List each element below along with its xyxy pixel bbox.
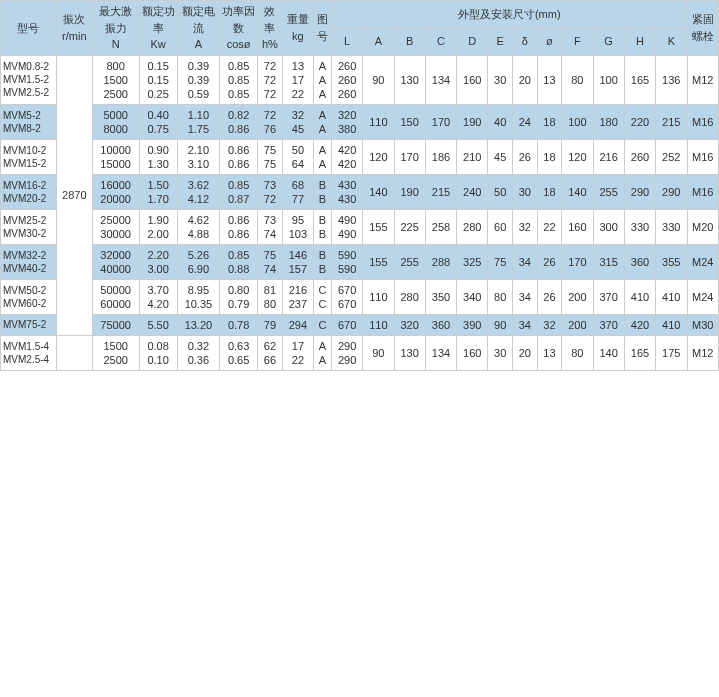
cell-K: 330 <box>656 209 687 244</box>
cell-freq: 2870 <box>56 55 92 335</box>
cell-E: 30 <box>488 335 513 370</box>
cell-pf: 0.820.86 <box>220 104 258 139</box>
cell-E: 45 <box>488 139 513 174</box>
cell-bolt: M30 <box>687 314 719 335</box>
hdr-H: H <box>624 28 655 55</box>
hdr-G: G <box>593 28 624 55</box>
cell-F: 200 <box>562 279 593 314</box>
cell-H: 330 <box>624 209 655 244</box>
cell-pf: 0.860.86 <box>220 209 258 244</box>
cell-power: 0.080.10 <box>139 335 177 370</box>
cell-F: 100 <box>562 104 593 139</box>
cell-H: 165 <box>624 55 655 104</box>
hdr-current: 额定电流A <box>177 1 219 56</box>
hdr-K: K <box>656 28 687 55</box>
cell-H: 165 <box>624 335 655 370</box>
cell-p: 18 <box>537 104 562 139</box>
cell-weight: 131722 <box>282 55 313 104</box>
cell-weight: 216237 <box>282 279 313 314</box>
cell-p: 18 <box>537 139 562 174</box>
cell-K: 136 <box>656 55 687 104</box>
cell-H: 290 <box>624 174 655 209</box>
cell-D: 390 <box>457 314 488 335</box>
hdr-F: F <box>562 28 593 55</box>
cell-d: 34 <box>513 244 538 279</box>
cell-G: 140 <box>593 335 624 370</box>
cell-F: 170 <box>562 244 593 279</box>
cell-L: 320380 <box>331 104 362 139</box>
table-row: MVM0.8-2MVM1.5-2MVM2.5-22870800150025000… <box>1 55 719 104</box>
cell-force: 3200040000 <box>92 244 139 279</box>
cell-d: 26 <box>513 139 538 174</box>
table-row: MVM50-2MVM60-250000600003.704.208.9510.3… <box>1 279 719 314</box>
cell-C: 258 <box>425 209 456 244</box>
cell-d: 24 <box>513 104 538 139</box>
cell-force: 1600020000 <box>92 174 139 209</box>
cell-C: 134 <box>425 335 456 370</box>
cell-eff: 79 <box>258 314 283 335</box>
cell-G: 300 <box>593 209 624 244</box>
hdr-model: 型号 <box>1 1 57 56</box>
cell-weight: 146157 <box>282 244 313 279</box>
hdr-C: C <box>425 28 456 55</box>
hdr-L: L <box>331 28 362 55</box>
cell-C: 350 <box>425 279 456 314</box>
cell-diagram: AA <box>314 104 332 139</box>
cell-p: 13 <box>537 335 562 370</box>
cell-current: 2.103.10 <box>177 139 219 174</box>
cell-B: 150 <box>394 104 425 139</box>
cell-power: 0.150.150.25 <box>139 55 177 104</box>
cell-diagram: AA <box>314 139 332 174</box>
cell-p: 32 <box>537 314 562 335</box>
cell-weight: 6877 <box>282 174 313 209</box>
cell-K: 252 <box>656 139 687 174</box>
cell-weight: 3245 <box>282 104 313 139</box>
cell-eff: 7575 <box>258 139 283 174</box>
cell-weight: 294 <box>282 314 313 335</box>
cell-eff: 727272 <box>258 55 283 104</box>
cell-d: 20 <box>513 335 538 370</box>
cell-current: 8.9510.35 <box>177 279 219 314</box>
cell-power: 0.901.30 <box>139 139 177 174</box>
cell-pf: 0.850.850.85 <box>220 55 258 104</box>
cell-diagram: BB <box>314 244 332 279</box>
cell-E: 50 <box>488 174 513 209</box>
cell-H: 360 <box>624 244 655 279</box>
cell-F: 80 <box>562 335 593 370</box>
cell-D: 190 <box>457 104 488 139</box>
cell-D: 160 <box>457 55 488 104</box>
cell-pf: 0.860.86 <box>220 139 258 174</box>
cell-bolt: M24 <box>687 279 719 314</box>
cell-C: 186 <box>425 139 456 174</box>
cell-force: 1000015000 <box>92 139 139 174</box>
cell-diagram: BB <box>314 174 332 209</box>
cell-A: 110 <box>363 279 394 314</box>
hdr-force: 最大激振力N <box>92 1 139 56</box>
cell-d: 32 <box>513 209 538 244</box>
cell-power: 2.203.00 <box>139 244 177 279</box>
cell-F: 140 <box>562 174 593 209</box>
cell-pf: 0.78 <box>220 314 258 335</box>
cell-current: 0.320.36 <box>177 335 219 370</box>
cell-bolt: M12 <box>687 55 719 104</box>
cell-B: 280 <box>394 279 425 314</box>
cell-D: 160 <box>457 335 488 370</box>
hdr-dims: 外型及安装尺寸(mm) <box>331 1 687 28</box>
cell-E: 75 <box>488 244 513 279</box>
cell-G: 370 <box>593 279 624 314</box>
cell-power: 3.704.20 <box>139 279 177 314</box>
cell-bolt: M20 <box>687 209 719 244</box>
cell-K: 175 <box>656 335 687 370</box>
cell-G: 180 <box>593 104 624 139</box>
cell-current: 0.390.390.59 <box>177 55 219 104</box>
hdr-eff: 效率h% <box>258 1 283 56</box>
cell-p: 26 <box>537 279 562 314</box>
cell-eff: 6266 <box>258 335 283 370</box>
cell-D: 340 <box>457 279 488 314</box>
cell-p: 26 <box>537 244 562 279</box>
cell-d: 20 <box>513 55 538 104</box>
cell-B: 320 <box>394 314 425 335</box>
cell-bolt: M16 <box>687 139 719 174</box>
cell-d: 30 <box>513 174 538 209</box>
cell-current: 3.624.12 <box>177 174 219 209</box>
